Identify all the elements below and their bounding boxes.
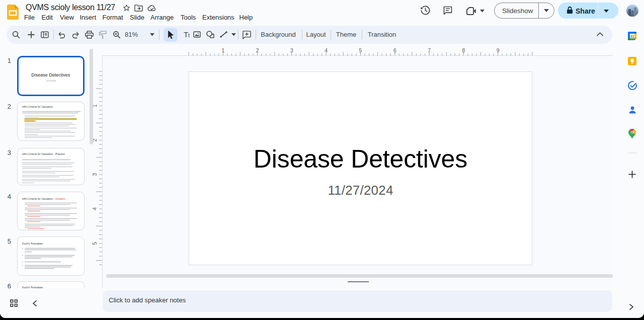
svg-text:3: 3 (92, 173, 98, 176)
svg-text:8: 8 (462, 47, 465, 53)
svg-text:2: 2 (256, 47, 259, 53)
svg-text:5: 5 (359, 47, 362, 53)
svg-text:7: 7 (428, 47, 431, 53)
svg-text:1: 1 (221, 47, 224, 53)
svg-text:9: 9 (497, 47, 500, 53)
svg-text:31: 31 (630, 34, 634, 39)
svg-text:4: 4 (325, 47, 328, 53)
svg-text:6: 6 (393, 47, 396, 53)
svg-text:4: 4 (92, 207, 98, 210)
svg-text:3: 3 (290, 47, 293, 53)
svg-text:5: 5 (92, 242, 98, 245)
